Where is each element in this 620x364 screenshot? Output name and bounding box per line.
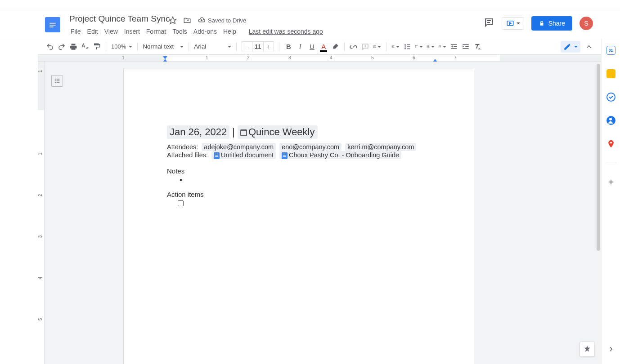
svg-rect-25 <box>440 45 441 46</box>
menu-tools[interactable]: Tools <box>169 27 190 36</box>
chevron-down-icon <box>377 46 381 48</box>
menu-insert[interactable]: Insert <box>121 27 143 36</box>
menu-addons[interactable]: Add-ons <box>190 27 220 36</box>
svg-rect-29 <box>440 47 441 48</box>
file-chip[interactable]: Choux Pastry Co. - Onboarding Guide <box>279 151 401 159</box>
last-edit-link[interactable]: Last edit was seconds ago <box>246 27 326 36</box>
pencil-icon <box>563 43 571 51</box>
numbered-list-icon[interactable]: 123 <box>438 43 446 51</box>
bold-icon[interactable]: B <box>284 43 292 51</box>
account-avatar[interactable]: S <box>580 17 593 30</box>
tasks-app-icon[interactable] <box>607 93 616 102</box>
vertical-ruler[interactable]: 1 1 2 3 4 5 <box>38 62 45 364</box>
add-comment-icon[interactable] <box>361 43 369 51</box>
document-title[interactable]: Project Quince Team Sync <box>69 14 170 24</box>
chevron-down-icon <box>443 46 446 48</box>
comment-history-icon[interactable] <box>484 17 494 30</box>
present-button[interactable] <box>502 17 524 30</box>
svg-rect-34 <box>466 46 469 47</box>
italic-icon[interactable]: I <box>296 43 304 51</box>
zoom-select[interactable]: 100% <box>111 43 132 50</box>
explore-button[interactable] <box>580 342 595 357</box>
checklist-icon[interactable] <box>415 43 423 51</box>
menu-view[interactable]: View <box>101 27 121 36</box>
menu-help[interactable]: Help <box>220 27 239 36</box>
chevron-down-icon <box>574 46 578 48</box>
attached-label: Attached files: <box>167 151 208 159</box>
paragraph-style-select[interactable]: Normal text <box>143 43 184 50</box>
move-folder-icon[interactable] <box>183 16 191 24</box>
indent-decrease-icon[interactable] <box>450 43 458 51</box>
insert-image-icon[interactable] <box>373 43 381 51</box>
undo-icon[interactable] <box>46 43 54 51</box>
print-icon[interactable] <box>69 43 77 51</box>
contacts-app-icon[interactable] <box>607 116 616 125</box>
calendar-app-icon[interactable]: 31 <box>607 46 616 55</box>
clear-formatting-icon[interactable] <box>473 43 481 51</box>
text-color-icon[interactable]: A <box>319 43 328 51</box>
attendee-chip[interactable]: kerri.m@company.com <box>345 143 416 151</box>
spellcheck-icon[interactable] <box>81 43 89 51</box>
svg-rect-2 <box>49 27 53 27</box>
collapse-toolbar-icon[interactable] <box>585 43 593 51</box>
file-chip[interactable]: Untitled document <box>211 151 276 159</box>
vertical-scrollbar[interactable] <box>596 62 601 364</box>
menu-edit[interactable]: Edit <box>84 27 101 36</box>
align-icon[interactable] <box>391 43 400 51</box>
svg-rect-36 <box>55 79 56 79</box>
svg-point-18 <box>427 45 427 46</box>
chevron-down-icon <box>129 46 132 48</box>
attendee-chip[interactable]: eno@company.com <box>279 143 341 151</box>
line-spacing-icon[interactable] <box>403 43 411 51</box>
menu-file[interactable]: File <box>67 27 84 36</box>
menu-bar: File Edit View Insert Format Tools Add-o… <box>67 27 326 36</box>
font-size-input[interactable] <box>252 42 264 52</box>
svg-rect-0 <box>49 23 55 24</box>
bullet-item[interactable]: • <box>180 176 431 184</box>
paint-format-icon[interactable] <box>93 43 101 51</box>
bulleted-list-icon[interactable] <box>427 43 435 51</box>
chevron-down-icon <box>180 46 184 48</box>
calendar-icon <box>240 129 247 136</box>
star-icon[interactable] <box>169 16 177 24</box>
attendee-chip[interactable]: adejoke@company.com <box>202 143 276 151</box>
editing-mode-button[interactable] <box>561 41 580 53</box>
title-separator: | <box>232 126 235 138</box>
docs-logo-icon[interactable] <box>45 17 60 32</box>
document-outline-icon[interactable] <box>51 75 63 87</box>
keep-app-icon[interactable] <box>607 69 616 78</box>
chevron-down-icon <box>396 46 400 48</box>
underline-icon[interactable]: U <box>308 43 316 51</box>
add-addon-icon[interactable] <box>607 178 616 186</box>
cloud-status[interactable]: Saved to Drive <box>198 16 246 24</box>
redo-icon[interactable] <box>58 43 66 51</box>
maps-app-icon[interactable] <box>607 139 616 148</box>
saved-label: Saved to Drive <box>208 17 246 24</box>
indent-increase-icon[interactable] <box>462 43 470 51</box>
svg-rect-16 <box>415 47 416 47</box>
svg-rect-15 <box>416 45 418 46</box>
font-select[interactable]: Arial <box>194 43 231 50</box>
side-panel-expand-icon[interactable] <box>607 345 615 355</box>
svg-rect-12 <box>392 46 394 47</box>
chevron-down-icon <box>517 22 520 24</box>
font-size-increase[interactable]: + <box>264 42 274 52</box>
checkbox-item[interactable] <box>178 200 184 206</box>
event-chip[interactable]: Quince Weekly <box>238 125 318 139</box>
page[interactable]: Jan 26, 2022 | Quince Weekly Attendees: … <box>123 69 474 364</box>
chevron-down-icon <box>228 46 231 48</box>
svg-rect-9 <box>373 45 376 48</box>
doc-icon <box>282 152 288 159</box>
horizontal-ruler[interactable]: 1 1 2 3 4 5 6 7 <box>38 55 601 62</box>
svg-rect-13 <box>392 47 394 48</box>
share-button[interactable]: Share <box>531 16 572 31</box>
link-icon[interactable] <box>350 43 358 51</box>
attached-files-row: Attached files: Untitled document Choux … <box>167 151 431 159</box>
font-size-decrease[interactable]: − <box>242 42 252 52</box>
chevron-down-icon <box>419 46 423 48</box>
menu-format[interactable]: Format <box>143 27 169 36</box>
svg-rect-32 <box>451 48 458 49</box>
doc-icon <box>214 152 220 159</box>
highlight-icon[interactable] <box>331 43 339 51</box>
date-chip[interactable]: Jan 26, 2022 <box>167 125 229 139</box>
